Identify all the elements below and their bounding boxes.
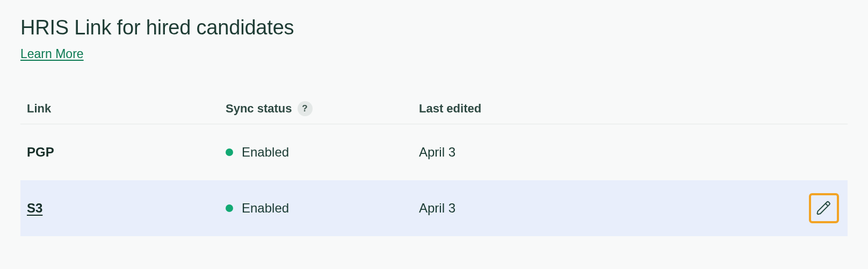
table-row: S3 Enabled April 3 [20,180,848,236]
page-title: HRIS Link for hired candidates [20,16,848,39]
status-dot-icon [226,148,233,156]
status-label: Enabled [242,145,289,160]
status-dot-icon [226,204,233,212]
edit-button[interactable] [809,193,839,223]
status-label: Enabled [242,201,289,216]
table-header-row: Link Sync status ? Last edited [20,94,848,124]
header-last-edited: Last edited [419,102,688,116]
last-edited-value: April 3 [419,145,455,160]
pencil-icon [816,200,832,216]
header-link: Link [27,102,226,116]
link-name[interactable]: PGP [27,145,54,160]
header-sync-status-label: Sync status [226,102,292,116]
header-sync-status: Sync status ? [226,101,419,116]
link-name[interactable]: S3 [27,201,42,216]
table-row: PGP Enabled April 3 [20,124,848,180]
learn-more-link[interactable]: Learn More [20,47,84,61]
last-edited-value: April 3 [419,201,455,216]
links-table: Link Sync status ? Last edited PGP Enabl… [20,94,848,236]
help-icon[interactable]: ? [298,101,313,116]
